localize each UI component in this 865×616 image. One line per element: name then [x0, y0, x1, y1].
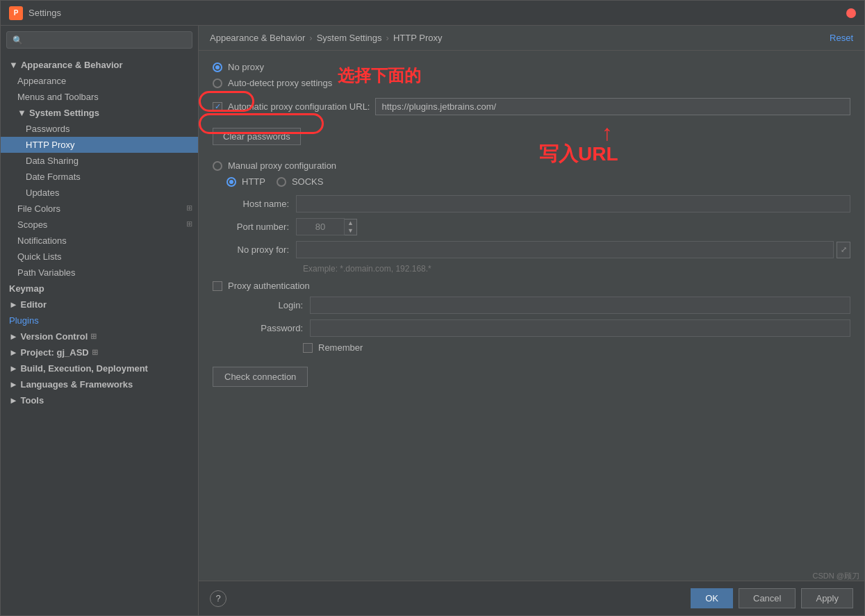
sidebar-item-appearance-behavior[interactable]: ▼ ▼ Appearance & Behavior Appearance & B…	[1, 57, 198, 73]
sidebar-item-system-settings[interactable]: ▼ System Settings	[1, 105, 198, 121]
sidebar-item-keymap[interactable]: Keymap	[1, 281, 198, 297]
remember-checkbox[interactable]	[303, 343, 313, 353]
sidebar-item-passwords[interactable]: Passwords	[1, 121, 198, 137]
no-proxy-radio[interactable]	[213, 63, 222, 72]
check-connection-button[interactable]: Check connection	[213, 367, 308, 387]
copy-icon: ⊞	[186, 219, 192, 228]
http-radio-row[interactable]: HTTP	[226, 176, 265, 187]
sidebar-item-notifications[interactable]: Notifications	[1, 233, 198, 249]
breadcrumb-sep2: ›	[386, 33, 389, 43]
sidebar-item-quick-lists[interactable]: Quick Lists	[1, 249, 198, 265]
host-name-input[interactable]	[296, 195, 850, 213]
search-box[interactable]: 🔍	[6, 31, 192, 49]
password-row: Password:	[226, 319, 850, 337]
no-proxy-for-row: No proxy for: ⤢	[213, 241, 850, 258]
protocol-row: HTTP SOCKS	[226, 176, 850, 187]
bottom-buttons: OK Cancel Apply	[691, 588, 853, 608]
search-icon: 🔍	[13, 35, 23, 45]
copy-icon: ⊞	[92, 348, 98, 357]
sidebar-item-tools[interactable]: ► Tools	[1, 392, 198, 408]
sidebar-item-scopes[interactable]: Scopes ⊞	[1, 217, 198, 233]
search-input[interactable]	[27, 35, 186, 45]
sidebar-item-path-variables[interactable]: Path Variables	[1, 265, 198, 281]
triangle-icon: ▼	[17, 108, 26, 118]
auto-detect-radio[interactable]	[213, 78, 222, 88]
http-label: HTTP	[242, 176, 265, 187]
proxy-type-group: No proxy Auto-detect proxy settings	[213, 62, 850, 88]
socks-radio[interactable]	[277, 177, 286, 187]
password-input[interactable]	[310, 319, 850, 337]
close-button[interactable]	[846, 8, 856, 18]
main-content: 🔍 ▼ ▼ Appearance & Behavior Appearance &…	[1, 26, 864, 615]
copy-icon: ⊞	[90, 332, 97, 341]
http-radio[interactable]	[226, 177, 236, 187]
window-controls	[846, 8, 856, 18]
auto-config-url-input[interactable]	[375, 98, 850, 115]
auto-detect-row[interactable]: Auto-detect proxy settings	[213, 78, 850, 88]
spinner-down-button[interactable]: ▼	[345, 227, 356, 235]
host-name-row: Host name:	[213, 195, 850, 213]
sidebar-item-version-control[interactable]: ► Version Control ⊞	[1, 328, 198, 344]
ok-button[interactable]: OK	[691, 588, 733, 608]
panel-content: No proxy Auto-detect proxy settings Auto…	[199, 51, 864, 581]
breadcrumb-sep1: ›	[309, 33, 312, 43]
cancel-button[interactable]: Cancel	[739, 588, 796, 608]
manual-proxy-row[interactable]: Manual proxy configuration	[213, 160, 850, 171]
port-label: Port number:	[213, 222, 296, 232]
proxy-auth-label: Proxy authentication	[228, 281, 310, 291]
sidebar-item-plugins[interactable]: Plugins	[1, 313, 198, 328]
no-proxy-for-input[interactable]	[296, 241, 834, 258]
help-button[interactable]: ?	[210, 590, 226, 607]
spinner-buttons: ▲ ▼	[345, 219, 357, 235]
sidebar-item-http-proxy[interactable]: HTTP Proxy	[1, 137, 198, 153]
triangle-icon: ▼	[9, 60, 18, 70]
password-label: Password:	[226, 323, 310, 333]
sidebar-item-appearance[interactable]: Appearance	[1, 73, 198, 89]
manual-proxy-label: Manual proxy configuration	[228, 160, 336, 171]
login-input[interactable]	[310, 297, 850, 314]
auto-config-checkbox[interactable]	[213, 102, 222, 112]
sidebar-item-editor[interactable]: ► Editor	[1, 297, 198, 313]
proxy-auth-row: Proxy authentication	[213, 281, 850, 291]
port-input[interactable]	[296, 218, 345, 235]
no-proxy-row[interactable]: No proxy	[213, 62, 850, 72]
sidebar-item-menus-toolbars[interactable]: Menus and Toolbars	[1, 89, 198, 105]
copy-icon: ⊞	[186, 203, 192, 213]
proxy-auth-checkbox[interactable]	[213, 281, 222, 291]
login-label: Login:	[226, 300, 310, 310]
clear-passwords-row: Clear passwords	[213, 122, 850, 155]
breadcrumb-part3: HTTP Proxy	[393, 33, 443, 43]
auto-proxy-url-row: Automatic proxy configuration URL:	[213, 98, 850, 115]
spinner-up-button[interactable]: ▲	[345, 219, 356, 227]
reset-button[interactable]: Reset	[830, 33, 853, 43]
no-proxy-input-wrapper: ⤢	[296, 241, 850, 258]
settings-window: P Settings 🔍 ▼ ▼ Appearance & Behavior A…	[0, 0, 865, 616]
breadcrumb: Appearance & Behavior › System Settings …	[210, 33, 443, 43]
clear-passwords-button[interactable]: Clear passwords	[213, 128, 301, 145]
sidebar-item-build-execution[interactable]: ► Build, Execution, Deployment	[1, 360, 198, 376]
window-title: Settings	[28, 8, 846, 18]
host-label: Host name:	[213, 199, 296, 209]
breadcrumb-bar: Appearance & Behavior › System Settings …	[199, 26, 864, 51]
login-row: Login:	[226, 297, 850, 314]
sidebar-item-project[interactable]: ► Project: gj_ASD ⊞	[1, 344, 198, 360]
socks-radio-row[interactable]: SOCKS	[277, 176, 324, 187]
remember-label: Remember	[318, 342, 363, 353]
main-panel: Appearance & Behavior › System Settings …	[199, 26, 864, 615]
sidebar-item-file-colors[interactable]: File Colors ⊞	[1, 201, 198, 217]
expand-button[interactable]: ⤢	[837, 242, 850, 258]
sidebar-item-date-formats[interactable]: Date Formats	[1, 169, 198, 185]
apply-button[interactable]: Apply	[801, 588, 853, 608]
sidebar-item-updates[interactable]: Updates	[1, 185, 198, 201]
sidebar-item-data-sharing[interactable]: Data Sharing	[1, 153, 198, 169]
remember-row: Remember	[303, 342, 850, 353]
socks-label: SOCKS	[292, 176, 324, 187]
port-spinner: ▲ ▼	[296, 218, 357, 235]
manual-proxy-radio[interactable]	[213, 161, 222, 171]
nav-tree: ▼ ▼ Appearance & Behavior Appearance & B…	[1, 54, 198, 615]
no-proxy-for-label: No proxy for:	[213, 244, 296, 255]
example-text: Example: *.domain.com, 192.168.*	[303, 264, 850, 274]
bottom-bar: ? OK Cancel Apply	[199, 581, 864, 615]
titlebar: P Settings	[1, 1, 864, 26]
sidebar-item-languages-frameworks[interactable]: ► Languages & Frameworks	[1, 376, 198, 392]
